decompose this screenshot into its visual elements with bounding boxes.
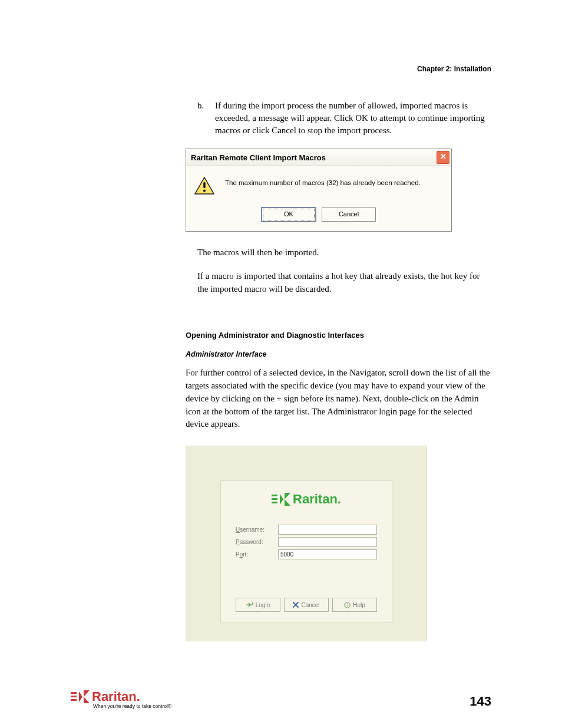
dialog-title-text: Raritan Remote Client Import Macros bbox=[191, 153, 326, 162]
warning-icon bbox=[194, 177, 214, 195]
port-label: Port: bbox=[236, 551, 278, 558]
x-icon bbox=[293, 602, 299, 608]
svg-marker-13 bbox=[79, 691, 82, 702]
svg-point-2 bbox=[203, 189, 206, 192]
page-number: 143 bbox=[470, 694, 491, 709]
help-icon: ? bbox=[344, 602, 351, 608]
list-item-b: b. If during the import process the numb… bbox=[215, 100, 491, 137]
list-marker: b. bbox=[197, 100, 204, 112]
login-button-label: Login bbox=[256, 602, 270, 608]
page-footer: Raritan. When you're ready to take contr… bbox=[71, 689, 491, 709]
password-field[interactable] bbox=[278, 537, 377, 547]
close-icon[interactable]: ✕ bbox=[437, 151, 449, 164]
footer-tagline: When you're ready to take control® bbox=[93, 703, 171, 709]
svg-marker-6 bbox=[280, 494, 283, 505]
dialog-message: The maximum number of macros (32) has al… bbox=[225, 177, 443, 186]
login-help-label: Help bbox=[353, 602, 365, 608]
paragraph-hotkey-note: If a macro is imported that contains a h… bbox=[197, 270, 491, 296]
svg-rect-3 bbox=[272, 495, 277, 496]
footer-brand-text: Raritan. bbox=[92, 689, 140, 704]
cancel-button[interactable]: Cancel bbox=[322, 207, 376, 222]
list-item-text: If during the import process the number … bbox=[215, 101, 485, 135]
import-macros-dialog: Raritan Remote Client Import Macros ✕ Th… bbox=[186, 149, 452, 232]
svg-rect-1 bbox=[203, 182, 206, 188]
login-button[interactable]: Login bbox=[236, 598, 280, 612]
password-label: Password: bbox=[236, 539, 278, 545]
svg-marker-7 bbox=[285, 493, 290, 506]
svg-rect-5 bbox=[272, 502, 277, 503]
paragraph-import-result: The macros will then be imported. bbox=[197, 246, 491, 259]
port-field[interactable]: 5000 bbox=[278, 549, 377, 559]
login-help-button[interactable]: ? Help bbox=[332, 598, 377, 612]
dialog-titlebar: Raritan Remote Client Import Macros ✕ bbox=[186, 149, 451, 166]
svg-text:?: ? bbox=[346, 603, 349, 607]
login-cancel-label: Cancel bbox=[301, 602, 319, 608]
svg-rect-4 bbox=[272, 498, 277, 500]
svg-rect-12 bbox=[71, 699, 77, 701]
dialog-body: The maximum number of macros (32) has al… bbox=[186, 166, 451, 231]
svg-rect-11 bbox=[71, 696, 77, 697]
raritan-logo-text: Raritan. bbox=[293, 492, 341, 507]
section-heading: Opening Administrator and Diagnostic Int… bbox=[186, 331, 491, 340]
chapter-header: Chapter 2: Installation bbox=[71, 65, 491, 73]
raritan-logo: Raritan. bbox=[221, 492, 392, 507]
svg-marker-14 bbox=[84, 690, 90, 703]
login-enter-icon bbox=[246, 602, 253, 608]
login-panel: Raritan. Username: Password: Port: 5000 bbox=[220, 480, 392, 623]
username-label: Username: bbox=[236, 526, 278, 533]
login-cancel-button[interactable]: Cancel bbox=[284, 598, 329, 612]
username-field[interactable] bbox=[278, 525, 377, 535]
login-screenshot: Raritan. Username: Password: Port: 5000 bbox=[186, 446, 427, 641]
footer-logo: Raritan. When you're ready to take contr… bbox=[71, 689, 171, 709]
ok-button[interactable]: OK bbox=[262, 207, 316, 222]
subsection-heading: Administrator Interface bbox=[186, 350, 491, 358]
footer-logo-icon bbox=[71, 690, 91, 703]
svg-rect-10 bbox=[71, 692, 77, 694]
admin-interface-paragraph: For further control of a selected device… bbox=[186, 367, 491, 431]
